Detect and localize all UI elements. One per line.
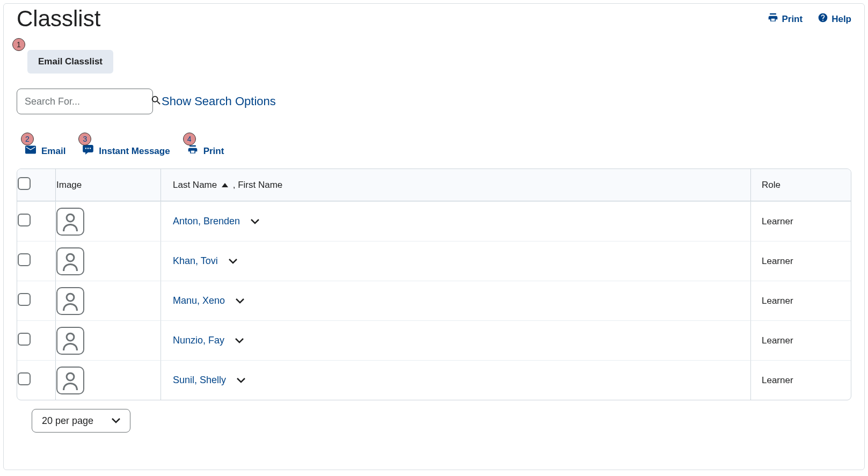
select-all-header [17,169,56,201]
avatar [56,208,84,236]
table-header-row: Image Last Name , First Name Role [17,169,851,201]
chevron-down-icon[interactable] [236,298,244,304]
printer-icon [768,12,778,26]
table-row: Manu, XenoLearner [17,281,851,320]
table-row: Anton, BrendenLearner [17,201,851,241]
page-title: Classlist [17,6,100,32]
user-role: Learner [751,241,851,281]
chevron-down-icon[interactable] [229,259,237,264]
sort-ascending-icon [222,183,228,187]
email-action[interactable]: 2 Email [25,144,65,158]
avatar [56,367,84,394]
search-input[interactable] [24,96,150,108]
row-checkbox[interactable] [18,372,31,385]
user-name-link[interactable]: Sunil, Shelly [173,375,226,386]
row-checkbox[interactable] [18,253,31,266]
avatar [56,327,84,355]
print-action-label: Print [203,146,224,157]
svg-point-0 [67,214,74,222]
user-name-link[interactable]: Anton, Brenden [173,216,240,227]
user-role: Learner [751,201,851,241]
select-all-checkbox[interactable] [18,177,31,190]
print-link-label: Print [782,14,803,25]
avatar [56,247,84,275]
name-header[interactable]: Last Name , First Name [161,169,751,201]
chevron-down-icon[interactable] [237,378,245,383]
search-row: Show Search Options [17,89,851,114]
search-box [17,89,153,114]
svg-point-3 [67,333,74,341]
search-icon[interactable] [150,94,162,109]
instant-message-action[interactable]: 3 Instant Message [83,144,170,158]
show-search-options-link[interactable]: Show Search Options [162,94,276,108]
help-link-label: Help [831,14,851,25]
classlist-table: Image Last Name , First Name Role Anton,… [17,169,851,400]
user-name-link[interactable]: Manu, Xeno [173,295,225,306]
per-page-select[interactable]: 20 per page [32,409,130,433]
print-link[interactable]: Print [768,12,803,26]
user-role: Learner [751,360,851,400]
instant-message-action-label: Instant Message [99,146,170,157]
help-link[interactable]: Help [818,12,851,26]
svg-point-1 [67,254,74,261]
envelope-icon [25,145,36,157]
svg-point-2 [67,294,74,301]
row-checkbox[interactable] [18,214,31,226]
first-name-header-text: First Name [238,180,282,190]
name-separator: , [233,180,238,190]
email-classlist-button[interactable]: Email Classlist [27,50,113,74]
email-action-label: Email [41,146,65,157]
avatar [56,287,84,315]
chat-icon [83,145,93,157]
table-row: Nunzio, FayLearner [17,320,851,360]
user-role: Learner [751,320,851,360]
table-row: Sunil, ShellyLearner [17,360,851,400]
pager: 20 per page [32,409,851,433]
row-checkbox[interactable] [18,333,31,346]
chevron-down-icon[interactable] [251,219,259,224]
last-name-header-text: Last Name [173,180,217,190]
callout-4: 4 [183,133,196,145]
page-frame: Classlist Print Help 1 Email Classlist [3,3,865,470]
bulk-action-bar: 2 Email 3 Instant Message 4 Print [17,144,851,158]
print-action[interactable]: 4 Print [187,144,224,158]
email-classlist-container: 1 Email Classlist [17,50,113,74]
user-role: Learner [751,281,851,320]
chevron-down-icon[interactable] [235,338,244,343]
image-header: Image [56,169,161,201]
callout-1: 1 [12,38,25,51]
table-row: Khan, ToviLearner [17,241,851,281]
header-actions: Print Help [768,6,851,26]
callout-3: 3 [78,133,91,145]
role-header: Role [751,169,851,201]
callout-2: 2 [21,133,34,145]
user-name-link[interactable]: Nunzio, Fay [173,335,224,346]
svg-point-4 [67,373,74,380]
per-page-label: 20 per page [42,415,93,427]
row-checkbox[interactable] [18,293,31,306]
page-header: Classlist Print Help [17,4,851,32]
help-icon [818,12,828,26]
printer-icon [187,144,198,158]
user-name-link[interactable]: Khan, Tovi [173,255,218,267]
chevron-down-icon [112,418,120,423]
